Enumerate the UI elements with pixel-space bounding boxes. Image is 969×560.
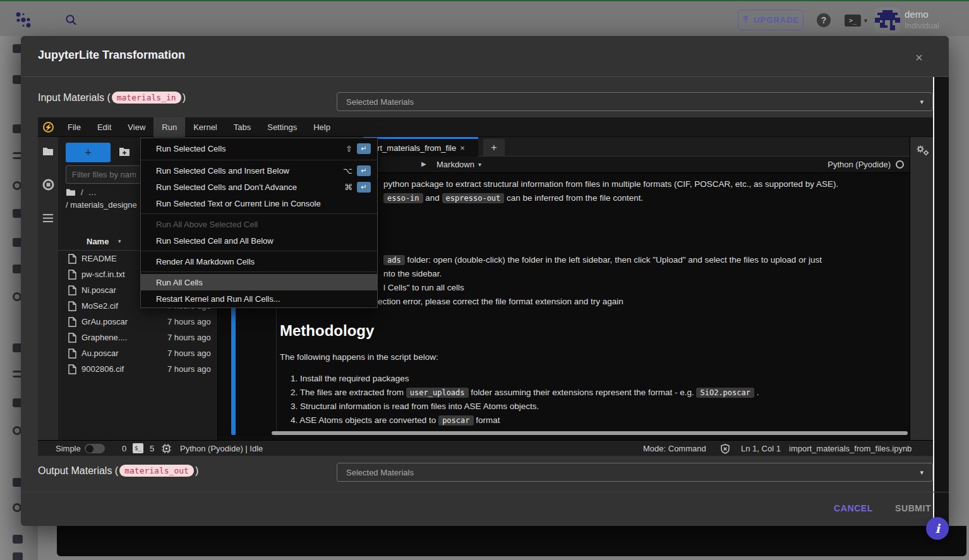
file-modified: 7 hours ago <box>167 364 211 374</box>
sidebar-icon[interactable] <box>13 535 23 544</box>
output-label-close-paren: ) <box>195 465 198 477</box>
run-menu-item[interactable]: Run Selected Text or Current Line in Con… <box>141 195 377 211</box>
run-cell-icon[interactable]: ▶ <box>421 160 426 167</box>
close-dialog-icon[interactable]: × <box>915 51 923 64</box>
run-menu-item[interactable]: Run Selected Cells and Don't Advance⌘↵ <box>141 179 377 195</box>
jupyter-sidebar-tabs <box>38 137 58 440</box>
enter-key-icon: ↵ <box>357 165 371 176</box>
table-of-contents-icon[interactable] <box>42 213 54 223</box>
markdown-text: 1. Install the required packages <box>291 374 409 383</box>
sidebar-icon[interactable] <box>13 552 23 560</box>
file-name: README <box>81 254 117 263</box>
search-icon[interactable] <box>65 14 77 26</box>
right-sidebar <box>910 137 933 440</box>
menubar-item-settings[interactable]: Settings <box>259 117 305 137</box>
inline-code: espresso-out <box>442 193 505 203</box>
file-modified: 7 hours ago <box>167 349 211 358</box>
output-label-text: Output Materials ( <box>38 465 118 477</box>
trust-shield-icon[interactable] <box>720 444 730 454</box>
input-materials-select[interactable]: Selected Materials ▾ <box>337 92 933 111</box>
user-avatar[interactable] <box>875 8 900 33</box>
app-logo-icon[interactable] <box>15 11 32 28</box>
materials-out-chip: materials_out <box>119 465 194 477</box>
menu-divider <box>141 160 377 160</box>
menu-divider <box>141 251 377 251</box>
info-fab-button[interactable]: i <box>926 517 949 540</box>
inline-code: esso-in <box>383 193 423 203</box>
file-row[interactable]: GrAu.poscar7 hours ago <box>58 314 218 330</box>
help-button[interactable]: ? <box>817 13 831 27</box>
markdown-line: 2. The files are extracted from user_upl… <box>291 386 905 400</box>
modal-scrollbar-thumb[interactable] <box>933 77 934 528</box>
breadcrumb[interactable]: / … <box>66 188 97 197</box>
menubar-item-tabs[interactable]: Tabs <box>226 117 259 137</box>
markdown-text: The following happens in the script belo… <box>280 352 438 362</box>
new-tab-button[interactable]: + <box>483 139 505 157</box>
horizontal-scrollbar[interactable] <box>272 431 908 435</box>
file-name: Ni.poscar <box>81 285 116 295</box>
breadcrumb-root[interactable]: / <box>81 188 83 197</box>
menubar-item-file[interactable]: File <box>59 117 89 137</box>
inline-code: SiO2.poscar <box>696 388 754 398</box>
output-materials-label: Output Materials ( materials_out ) <box>38 465 198 477</box>
markdown-text: format <box>474 415 500 425</box>
shortcut-keys: ⌘↵ <box>344 182 371 193</box>
menubar-item-help[interactable]: Help <box>305 117 339 137</box>
jupyter-statusbar: Simple 0 $_ 5 Python (Pyodide) | Idle Mo… <box>38 440 933 456</box>
inline-code: ads <box>383 255 405 265</box>
selected-cell-indicator[interactable] <box>231 301 236 435</box>
run-menu-item[interactable]: Run Selected Cells⇧↵ <box>141 139 377 158</box>
file-name: 9002806.cif <box>81 364 124 374</box>
submit-button[interactable]: SUBMIT <box>895 503 931 513</box>
run-menu-item-label: Run Selected Cells and Don't Advance <box>156 182 297 192</box>
menubar-item-kernel[interactable]: Kernel <box>185 117 226 137</box>
menubar-item-edit[interactable]: Edit <box>89 117 119 137</box>
file-row[interactable]: Graphene....7 hours ago <box>58 330 218 345</box>
markdown-text: and <box>423 193 442 203</box>
breadcrumb-ellipsis[interactable]: … <box>88 188 97 197</box>
select-caret-icon: ▾ <box>920 468 924 477</box>
markdown-line: 3. Structural information is read from f… <box>291 400 905 414</box>
modal-scrollbar-track[interactable] <box>934 77 949 528</box>
cancel-button[interactable]: CANCEL <box>834 503 873 513</box>
modifier-key-icon: ⌥ <box>343 166 352 176</box>
name-column-header[interactable]: Name <box>87 237 109 246</box>
new-launcher-button[interactable]: + <box>66 143 111 162</box>
output-materials-select[interactable]: Selected Materials ▾ <box>337 463 933 482</box>
run-menu-item[interactable]: Run Selected Cells and Insert Below⌥↵ <box>141 162 377 179</box>
menubar-item-view[interactable]: View <box>119 117 153 137</box>
markdown-text: folder: open (double-click) the folder i… <box>405 255 822 265</box>
kernel-status-text[interactable]: Python (Pyodide) | Idle <box>180 444 263 453</box>
input-select-value: Selected Materials <box>346 97 414 107</box>
cursor-position[interactable]: Ln 1, Col 1 <box>741 444 781 453</box>
sidebar-icon[interactable] <box>13 426 21 435</box>
kernel-name[interactable]: Python (Pyodide) <box>828 160 891 169</box>
footer-divider <box>21 492 949 492</box>
sidebar-icon[interactable] <box>13 503 21 512</box>
run-menu-item[interactable]: Restart Kernel and Run All Cells... <box>141 290 377 307</box>
new-folder-icon[interactable] <box>119 146 130 157</box>
property-inspector-icon[interactable] <box>916 145 930 157</box>
input-label-close-paren: ) <box>183 92 186 104</box>
sidebar-icon[interactable] <box>13 292 21 301</box>
sidebar-icon[interactable] <box>13 181 21 190</box>
simple-mode-toggle[interactable] <box>85 444 105 453</box>
file-row[interactable]: 9002806.cif7 hours ago <box>58 361 218 377</box>
cell-type-select[interactable]: Markdown <box>436 160 474 169</box>
run-menu-item[interactable]: Run All Cells <box>141 274 377 290</box>
run-menu-item[interactable]: Render All Markdown Cells <box>141 253 377 270</box>
markdown-text: 3. Structural information is read from f… <box>291 402 539 411</box>
tab-close-icon[interactable]: × <box>460 143 465 153</box>
file-browser-icon[interactable] <box>42 146 54 156</box>
inline-code: poscar <box>438 415 473 426</box>
running-kernels-icon[interactable] <box>42 179 54 191</box>
console-menu-button[interactable]: >_ <box>845 15 861 27</box>
upgrade-button[interactable]: UPGRADE <box>738 9 803 30</box>
run-menu-item[interactable]: Run Selected Cell and All Below <box>141 232 377 249</box>
menubar-item-run[interactable]: Run <box>153 117 185 137</box>
file-row[interactable]: Au.poscar7 hours ago <box>58 345 218 361</box>
modifier-key-icon: ⇧ <box>346 144 352 153</box>
notebook-tab[interactable]: import_materials_from_file × <box>363 137 478 157</box>
markdown-line: The following happens in the script belo… <box>280 350 905 364</box>
run-menu-item[interactable]: Run All Above Selected Cell <box>141 216 377 232</box>
